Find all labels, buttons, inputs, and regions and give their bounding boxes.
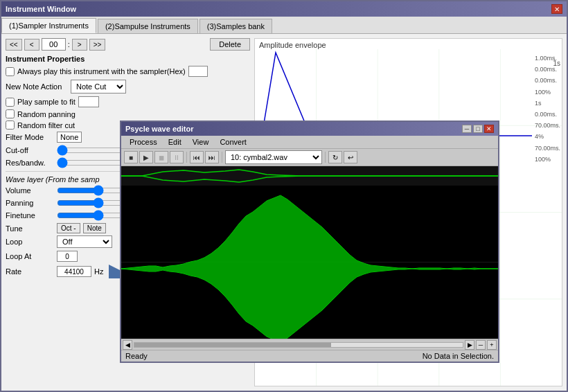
filter-mode-value: None [57, 132, 82, 143]
marker-3: 0.00ms. [535, 75, 560, 86]
marker-8: 4% [535, 131, 560, 142]
loop-icon-btn-1[interactable]: ↻ [328, 151, 342, 163]
amplitude-label: Amplitude envelope [259, 41, 326, 49]
wave-overview [121, 166, 498, 186]
next-next-button[interactable]: >> [89, 39, 106, 51]
stop-button[interactable]: ■ [124, 151, 138, 163]
marker-5: 1s [535, 98, 560, 109]
volume-label: Volume [6, 186, 54, 195]
next-button[interactable]: > [72, 39, 87, 51]
status-left: Ready [125, 352, 148, 360]
pause-button[interactable]: ⏸ [170, 151, 184, 163]
play-button[interactable]: ▶ [139, 151, 153, 163]
wave-minimize-button[interactable]: ─ [462, 125, 472, 133]
zoom-minus-btn[interactable]: ─ [476, 340, 486, 350]
record-button[interactable]: ◼ [154, 151, 168, 163]
loop-icon-btn-2[interactable]: ↩ [344, 151, 357, 163]
random-panning-label: Random panning [17, 110, 76, 118]
delete-button[interactable]: Delete [210, 38, 250, 51]
menu-convert[interactable]: Convert [214, 137, 252, 147]
wave-maximize-button[interactable]: □ [473, 125, 483, 133]
colon-sep: : [68, 40, 70, 48]
filter-mode-label: Filter Mode [6, 133, 54, 141]
overview-svg [121, 166, 498, 186]
wave-editor: Psycle wave editor ─ □ ✕ Process Edit Vi… [120, 121, 499, 363]
toolbar-sep-2 [222, 152, 222, 163]
menu-view[interactable]: View [187, 137, 215, 147]
tune-label: Tune [6, 224, 54, 233]
rate-label: Rate [6, 267, 54, 276]
tab-sampulse[interactable]: (2)Sampulse Instruments [98, 19, 198, 33]
wave-status-bar: Ready No Data in Selection. [121, 350, 498, 362]
tab-sampler[interactable]: (1)Sampler Instruments [1, 18, 96, 33]
resbandw-label: Res/bandw. [6, 159, 54, 167]
wave-editor-title: Psycle wave editor [125, 125, 193, 133]
random-filter-checkbox[interactable] [6, 121, 15, 130]
menu-process[interactable]: Process [124, 137, 163, 147]
hex-input[interactable] [188, 66, 208, 77]
panning-label: Panning [6, 199, 54, 207]
rate-unit: Hz [94, 267, 103, 276]
prev-button[interactable]: < [24, 39, 39, 51]
toolbar-sep-1 [186, 152, 187, 163]
status-right: No Data in Selection. [423, 352, 494, 360]
always-play-checkbox[interactable] [6, 67, 15, 76]
loop-select[interactable]: Off On Ping-Pong [57, 235, 112, 248]
instrument-properties-label: Instrument Properties [6, 55, 250, 63]
close-button[interactable]: ✕ [551, 4, 562, 14]
new-note-action-label: New Note Action [6, 82, 68, 91]
loop-at-value[interactable]: 0 [57, 251, 78, 262]
random-filter-label: Random filter cut [17, 121, 75, 130]
marker-2: 0.00ms. [535, 64, 560, 75]
marker-6: 0.00ms. [535, 109, 560, 120]
loop-label: Loop [6, 238, 54, 246]
menu-edit[interactable]: Edit [163, 137, 187, 147]
tabs-bar: (1)Sampler Instruments (2)Sampulse Instr… [1, 17, 567, 34]
marker-1: 1.00ms. [535, 53, 560, 64]
marker-4: 100% [535, 87, 560, 98]
play-sample-label: Play sample to fit [17, 98, 76, 106]
skip-start-button[interactable]: ⏮ [190, 151, 204, 163]
random-panning-checkbox[interactable] [6, 109, 15, 118]
wave-scrollbar[interactable]: ◀ ▶ ─ + [121, 339, 498, 350]
always-play-label: Always play this instrument with the sam… [17, 67, 186, 75]
finetune-label: Finetune [6, 211, 54, 220]
new-note-action-select[interactable]: Note Cut Note Off Note Fade None [71, 80, 126, 93]
window-title: Instrument Window [6, 5, 76, 13]
tab-samples[interactable]: (3)Samples bank [199, 19, 272, 33]
note-button[interactable]: Note [83, 223, 106, 233]
wave-title-bar: Psycle wave editor ─ □ ✕ [121, 122, 498, 136]
random-panning-row: Random panning [6, 109, 250, 118]
rate-value[interactable]: 44100 [57, 266, 91, 277]
play-sample-row: Play sample to fit 16 [6, 96, 250, 107]
scroll-left-btn[interactable]: ◀ [123, 340, 132, 350]
wave-close-button[interactable]: ✕ [484, 125, 494, 133]
play-sample-value[interactable]: 16 [78, 96, 99, 107]
instrument-number[interactable]: 00 [42, 38, 66, 51]
new-note-row: New Note Action Note Cut Note Off Note F… [6, 80, 250, 93]
toolbar-sep-3 [325, 152, 326, 163]
scroll-right-btn[interactable]: ▶ [465, 340, 474, 350]
prev-prev-button[interactable]: << [6, 39, 22, 51]
wave-main-display [121, 186, 498, 339]
zoom-plus-btn[interactable]: + [487, 340, 497, 350]
marker-10: 100% [535, 154, 560, 165]
scroll-thumb [134, 343, 331, 347]
nav-controls: << < 00 : > >> Delete [6, 38, 250, 51]
title-bar: Instrument Window ✕ [1, 1, 567, 17]
scroll-track[interactable] [134, 342, 463, 348]
file-select[interactable]: 10: cymbal2.wav [225, 150, 322, 164]
oct-button[interactable]: Oct - [57, 223, 80, 233]
marker-9: 70.00ms. [535, 143, 560, 154]
always-play-row: Always play this instrument with the sam… [6, 66, 250, 77]
wave-main-svg [121, 186, 498, 339]
cutoff-label: Cut-off [6, 146, 54, 154]
marker-7: 70.00ms. [535, 120, 560, 131]
wave-menu-bar: Process Edit View Convert [121, 136, 498, 149]
wave-toolbar: ■ ▶ ◼ ⏸ ⏮ ⏭ 10: cymbal2.wav ↻ ↩ [121, 149, 498, 166]
play-sample-checkbox[interactable] [6, 98, 15, 107]
wave-window-buttons: ─ □ ✕ [462, 125, 494, 133]
loop-at-label: Loop At [6, 252, 54, 260]
skip-end-button[interactable]: ⏭ [205, 151, 219, 163]
